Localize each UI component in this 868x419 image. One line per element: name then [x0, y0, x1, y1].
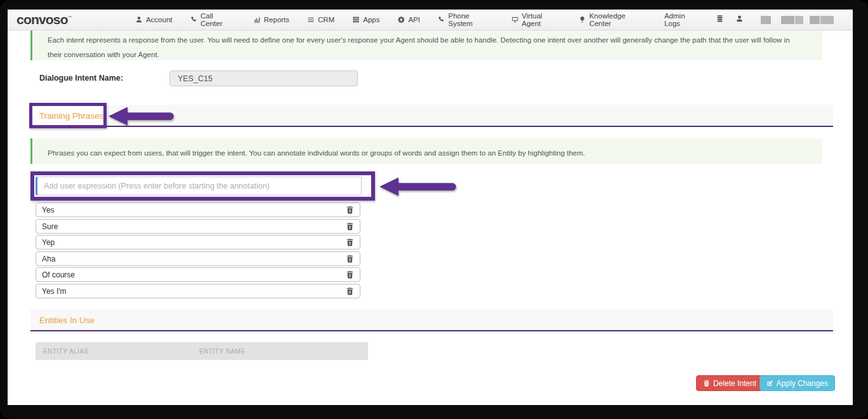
nav-label: Phone System — [448, 12, 493, 27]
apply-changes-label: Apply Changes — [777, 379, 828, 388]
nav-label: API — [408, 16, 420, 23]
nav-item-admin-logs[interactable]: Admin Logs — [655, 10, 710, 30]
delete-phrase-button[interactable] — [346, 206, 354, 214]
user-account-icon[interactable] — [730, 14, 749, 25]
nav-label: Admin Logs — [664, 12, 701, 27]
grid-icon — [352, 16, 360, 23]
nav-item-apps[interactable]: Apps — [343, 10, 388, 30]
trash-icon — [346, 287, 354, 295]
lightbulb-icon — [579, 16, 586, 23]
nav-item-knowledge-center[interactable]: Knowledge Center — [570, 10, 655, 30]
annotation-arrow-icon — [107, 105, 178, 128]
nav-label: Virtual Agent — [522, 12, 561, 27]
add-user-expression-input[interactable] — [36, 176, 362, 196]
intent-name-input[interactable] — [169, 70, 358, 86]
phone-icon — [190, 16, 197, 23]
redacted-block — [795, 16, 803, 24]
trash-icon — [346, 255, 354, 263]
phrase-text: Yes — [42, 206, 55, 215]
training-phrases-info-alert: Phrases you can expect from users, that … — [30, 138, 822, 164]
phrase-row[interactable]: Aha — [36, 251, 360, 266]
nav-item-account[interactable]: Account — [126, 10, 181, 30]
phrase-text: Of course — [42, 270, 75, 279]
phrase-row[interactable]: Sure — [36, 219, 360, 234]
redacted-block — [781, 16, 794, 24]
pencil-square-icon — [766, 380, 773, 387]
nav-menu: Account Call Center Reports CRM Apps — [126, 10, 710, 30]
delete-phrase-button[interactable] — [346, 287, 354, 295]
nav-item-virtual-agent[interactable]: Virtual Agent — [503, 10, 570, 30]
virtual-agent-intent-page: convoso™ Account Call Center Reports CRM — [8, 10, 853, 405]
nav-label: CRM — [318, 16, 334, 23]
convoso-logo[interactable]: convoso™ — [16, 12, 72, 27]
trash-icon — [346, 222, 354, 230]
trademark-mark: ™ — [68, 15, 72, 20]
entities-section-header: Entities In Use — [30, 309, 833, 331]
trash-icon — [703, 380, 710, 387]
monitor-icon — [511, 16, 518, 23]
nav-item-crm[interactable]: CRM — [298, 10, 343, 30]
nav-item-phone-system[interactable]: Phone System — [429, 10, 503, 30]
phrase-row[interactable]: Yes — [36, 203, 360, 217]
delete-phrase-button[interactable] — [346, 238, 354, 246]
nav-label: Account — [146, 16, 173, 23]
phrase-text: Yes I'm — [42, 287, 67, 296]
nav-label: Apps — [363, 16, 379, 23]
apply-changes-button[interactable]: Apply Changes — [760, 375, 835, 391]
delete-phrase-button[interactable] — [346, 222, 354, 230]
phrase-text: Aha — [42, 255, 55, 263]
top-navbar: convoso™ Account Call Center Reports CRM — [8, 10, 853, 30]
phrase-row[interactable]: Yes I'm — [36, 284, 360, 298]
redacted-block — [810, 16, 820, 24]
trash-icon — [346, 270, 354, 279]
phrase-text: Yep — [42, 238, 55, 247]
nav-label: Reports — [264, 16, 289, 23]
database-icon[interactable] — [710, 14, 730, 25]
delete-phrase-button[interactable] — [346, 270, 354, 279]
phrase-row[interactable]: Yep — [36, 235, 360, 249]
delete-intent-label: Delete Intent — [713, 379, 756, 388]
delete-intent-button[interactable]: Delete Intent — [696, 375, 763, 391]
entity-alias-column-header: ENTITY ALIAS — [36, 348, 199, 355]
redacted-block — [761, 16, 771, 24]
training-phrases-title: Training Phrases — [39, 111, 104, 121]
nav-item-call-center[interactable]: Call Center — [181, 10, 244, 30]
nav-item-api[interactable]: API — [388, 10, 429, 30]
entities-title: Entities In Use — [39, 316, 95, 325]
intent-name-label: Dialogue Intent Name: — [39, 74, 123, 83]
window-frame: convoso™ Account Call Center Reports CRM — [0, 0, 868, 419]
phone-icon — [438, 16, 445, 23]
trash-icon — [346, 206, 354, 214]
phrase-text: Sure — [42, 222, 58, 231]
entities-table-header: ENTITY ALIAS ENTITY NAME — [36, 342, 368, 360]
redacted-block — [820, 16, 834, 24]
annotation-arrow-icon — [378, 175, 461, 198]
nav-item-reports[interactable]: Reports — [244, 10, 298, 30]
phrase-row[interactable]: Of course — [36, 267, 360, 282]
bar-chart-icon — [253, 16, 261, 23]
list-icon — [307, 16, 315, 23]
nav-label: Call Center — [201, 12, 235, 27]
gear-icon — [397, 16, 405, 23]
user-icon — [135, 16, 143, 23]
entity-name-column-header: ENTITY NAME — [199, 348, 368, 355]
intent-info-alert: Each intent represents a response from t… — [30, 30, 822, 60]
delete-phrase-button[interactable] — [346, 255, 354, 263]
nav-right-controls — [710, 14, 834, 25]
nav-label: Knowledge Center — [589, 12, 647, 27]
trash-icon — [346, 238, 354, 246]
